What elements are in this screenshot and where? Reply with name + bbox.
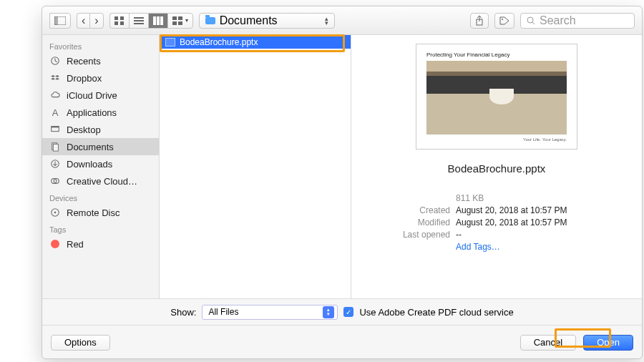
list-icon — [134, 16, 144, 25]
chevron-down-icon: ▾ — [185, 17, 188, 24]
forward-button[interactable]: › — [89, 13, 103, 29]
sidebar-item-red[interactable]: Red — [42, 235, 159, 253]
preview-filename: BodeaBrochure.pptx — [448, 162, 546, 175]
list-view-button[interactable] — [129, 13, 148, 29]
sidebar-item-dropbox[interactable]: Dropbox — [42, 69, 159, 87]
sidebar-section-header: Tags — [42, 221, 159, 235]
cancel-button[interactable]: Cancel — [520, 335, 576, 351]
share-icon — [475, 16, 484, 26]
sidebar-section-header: Favorites — [42, 38, 159, 52]
svg-rect-1 — [54, 16, 58, 25]
share-button[interactable] — [470, 13, 489, 29]
chevron-right-icon: › — [94, 14, 98, 27]
svg-rect-14 — [172, 21, 177, 25]
preview-pane: Protecting Your Financial Legacy Your Li… — [351, 35, 642, 298]
open-button[interactable]: Open — [583, 335, 633, 351]
sidebar-section-header: Devices — [42, 190, 159, 204]
sidebar-item-icloud-drive[interactable]: iCloud Drive — [42, 87, 159, 104]
sidebar-item-desktop[interactable]: Desktop — [42, 121, 159, 138]
preview-thumbnail: Protecting Your Financial Legacy Your Li… — [416, 44, 577, 150]
dialog-footer: Options Cancel Open — [42, 326, 642, 358]
sidebar: FavoritesRecentsDropboxiCloud DriveAAppl… — [42, 35, 160, 298]
dialog-body: FavoritesRecentsDropboxiCloud DriveAAppl… — [42, 35, 642, 298]
downloads-icon — [49, 159, 61, 169]
meta-label: Modified — [394, 217, 450, 228]
format-select[interactable]: All Files ▴▾ — [202, 305, 338, 320]
search-placeholder: Search — [540, 14, 576, 27]
sidebar-item-label: Applications — [67, 107, 117, 118]
folder-icon — [205, 17, 215, 24]
updown-icon: ▴▾ — [325, 16, 328, 25]
search-field[interactable]: Search — [520, 13, 635, 29]
svg-rect-7 — [134, 20, 144, 21]
gallery-view-button[interactable]: ▾ — [167, 13, 193, 29]
path-popup[interactable]: Documents ▴▾ — [199, 13, 335, 29]
meta-value: August 20, 2018 at 10:57 PM — [456, 205, 567, 215]
dropbox-icon — [49, 73, 61, 83]
tags-button[interactable] — [494, 13, 514, 29]
sidebar-item-creative-cloud-[interactable]: Creative Cloud… — [42, 172, 159, 190]
sidebar-item-label: Recents — [67, 56, 101, 67]
icloud-icon — [49, 90, 61, 100]
svg-rect-2 — [114, 16, 118, 20]
toolbar: ‹ › ▾ Documents ▴▾ — [42, 6, 642, 35]
svg-rect-6 — [134, 17, 144, 19]
sidebar-toggle-group — [49, 13, 71, 29]
back-button[interactable]: ‹ — [77, 13, 89, 29]
columns-icon — [153, 16, 163, 25]
updown-icon: ▴▾ — [323, 306, 334, 318]
preview-size: 811 KB — [456, 193, 484, 203]
chevron-left-icon: ‹ — [82, 14, 85, 27]
toggle-sidebar-button[interactable] — [49, 13, 71, 29]
desktop-icon — [49, 124, 61, 134]
svg-rect-13 — [178, 16, 182, 20]
meta-label: Created — [394, 205, 450, 215]
sidebar-item-documents[interactable]: Documents — [42, 138, 159, 155]
meta-row: Last opened-- — [394, 230, 620, 240]
svg-point-18 — [527, 17, 533, 23]
svg-rect-15 — [178, 21, 182, 25]
preview-metadata: 811 KB CreatedAugust 20, 2018 at 10:57 P… — [351, 193, 642, 254]
add-tags-link[interactable]: Add Tags… — [456, 242, 500, 252]
svg-rect-10 — [157, 16, 160, 25]
sidebar-item-label: Downloads — [67, 159, 112, 170]
current-folder-label: Documents — [220, 14, 278, 27]
svg-rect-5 — [120, 21, 124, 25]
file-row[interactable]: BodeaBrochure.pptx — [160, 35, 351, 49]
sidebar-item-label: Creative Cloud… — [67, 176, 137, 187]
meta-row: CreatedAugust 20, 2018 at 10:57 PM — [394, 205, 620, 215]
thumb-title: Protecting Your Financial Legacy — [426, 52, 567, 58]
nav-group: ‹ › — [77, 13, 104, 29]
presentation-file-icon — [165, 38, 175, 47]
grid-icon — [114, 16, 125, 25]
sidebar-item-downloads[interactable]: Downloads — [42, 155, 159, 172]
tag-red-icon — [49, 239, 61, 249]
cloud-checkbox[interactable]: ✓ — [343, 307, 353, 317]
sidebar-item-label: iCloud Drive — [67, 90, 117, 101]
sidebar-item-recents[interactable]: Recents — [42, 52, 159, 69]
cloud-label: Use Adobe Create PDF cloud service — [359, 307, 513, 318]
meta-value: August 20, 2018 at 10:57 PM — [456, 217, 567, 228]
documents-icon — [49, 142, 61, 152]
sidebar-item-label: Dropbox — [67, 73, 102, 84]
show-label: Show: — [170, 307, 196, 318]
svg-point-17 — [502, 19, 503, 20]
tag-icon — [499, 16, 509, 25]
thumb-image — [426, 61, 567, 134]
disc-icon — [49, 207, 61, 217]
sidebar-icon — [54, 16, 66, 25]
sidebar-item-label: Desktop — [67, 124, 101, 135]
icon-view-button[interactable] — [109, 13, 129, 29]
column-view-button[interactable] — [148, 13, 167, 29]
view-mode-group: ▾ — [109, 13, 193, 29]
svg-rect-8 — [134, 23, 144, 24]
meta-label: Last opened — [394, 230, 450, 240]
apps-icon: A — [49, 107, 61, 117]
sidebar-item-applications[interactable]: AApplications — [42, 104, 159, 121]
options-button[interactable]: Options — [51, 335, 110, 351]
thumb-footer: Your Life. Your Legacy. — [426, 137, 567, 142]
sidebar-item-remote-disc[interactable]: Remote Disc — [42, 204, 159, 221]
sidebar-item-label: Remote Disc — [67, 207, 119, 218]
format-value: All Files — [208, 307, 238, 317]
search-icon — [527, 16, 535, 25]
